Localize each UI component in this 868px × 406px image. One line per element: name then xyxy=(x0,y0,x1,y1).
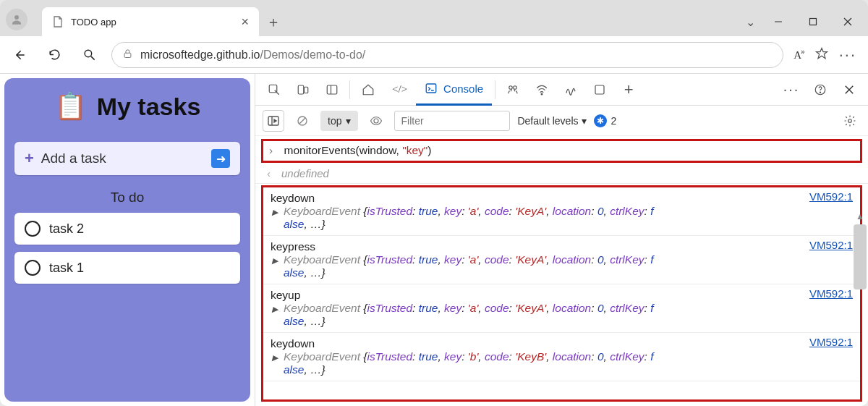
console-toolbar: top ▾ Default levels ▾ ✱ 2 xyxy=(255,106,868,136)
event-name: keyup xyxy=(271,289,853,302)
svg-point-19 xyxy=(820,92,820,93)
svg-point-5 xyxy=(85,50,92,57)
profile-button[interactable] xyxy=(6,9,27,30)
console-tab[interactable]: Console xyxy=(416,74,492,106)
dock-button[interactable] xyxy=(318,74,346,106)
browser-tab[interactable]: TODO app × xyxy=(42,7,259,36)
event-name: keypress xyxy=(271,240,853,253)
chevron-down-icon: ▾ xyxy=(582,115,587,127)
chevron-down-icon[interactable]: ⌄ xyxy=(746,15,755,29)
devtools-tabstrip: </> Console + ··· xyxy=(255,74,868,106)
help-button[interactable] xyxy=(806,74,835,106)
svg-point-0 xyxy=(14,15,19,20)
console-return: ‹ undefined xyxy=(255,164,868,184)
tab-title: TODO app xyxy=(71,17,234,28)
search-button[interactable] xyxy=(77,43,101,67)
url-text: microsoftedge.github.io/Demos/demo-to-do… xyxy=(140,48,365,62)
maximize-button[interactable] xyxy=(796,9,830,35)
event-object[interactable]: ▶KeyboardEvent {isTrusted: true, key: 'a… xyxy=(271,253,853,279)
address-bar[interactable]: microsoftedge.github.io/Demos/demo-to-do… xyxy=(111,42,783,68)
close-window-button[interactable] xyxy=(830,9,865,35)
context-selector[interactable]: top ▾ xyxy=(320,111,358,131)
console-sidebar-toggle[interactable] xyxy=(263,110,284,132)
source-link[interactable]: VM592:1 xyxy=(809,239,853,251)
inspect-button[interactable] xyxy=(260,74,289,106)
event-object[interactable]: ▶KeyboardEvent {isTrusted: true, key: 'b… xyxy=(271,350,853,376)
svg-rect-2 xyxy=(810,19,817,25)
console-log-highlighted: VM592:1keydown ▶KeyboardEvent {isTrusted… xyxy=(261,185,862,402)
scroll-up-arrow[interactable]: ▲ xyxy=(854,211,867,223)
elements-tab[interactable]: </> xyxy=(383,75,416,105)
scroll-thumb[interactable] xyxy=(854,224,867,289)
prompt-icon: › xyxy=(269,144,273,156)
svg-point-14 xyxy=(509,85,513,89)
add-task-input[interactable]: + Add a task ➜ xyxy=(14,142,240,175)
expand-triangle-icon[interactable]: ▶ xyxy=(272,305,278,314)
lock-icon xyxy=(122,48,133,62)
checkbox-icon[interactable] xyxy=(25,260,41,276)
sources-tab-icon[interactable] xyxy=(498,74,527,106)
log-entry[interactable]: VM592:1keyup ▶KeyboardEvent {isTrusted: … xyxy=(263,284,860,333)
section-header: To do xyxy=(14,190,240,206)
task-row[interactable]: task 2 xyxy=(14,213,240,245)
read-aloud-button[interactable]: A» xyxy=(793,48,804,62)
source-link[interactable]: VM592:1 xyxy=(809,336,853,348)
log-levels-selector[interactable]: Default levels ▾ xyxy=(517,115,586,127)
file-icon xyxy=(52,16,64,28)
back-button[interactable] xyxy=(7,43,32,67)
device-toggle-button[interactable] xyxy=(289,74,318,106)
svg-rect-7 xyxy=(124,53,131,57)
checkbox-icon[interactable] xyxy=(25,221,41,237)
issue-badge-icon: ✱ xyxy=(594,114,607,127)
new-tab-button[interactable]: ＋ xyxy=(259,7,288,36)
svg-line-25 xyxy=(299,118,305,124)
svg-rect-11 xyxy=(327,85,337,94)
more-tabs-button[interactable]: + xyxy=(614,74,643,106)
window-controls: ⌄ xyxy=(746,7,868,36)
filter-input[interactable] xyxy=(394,111,510,131)
expand-triangle-icon[interactable]: ▶ xyxy=(272,353,278,363)
network-tab-icon[interactable] xyxy=(527,74,556,106)
task-row[interactable]: task 1 xyxy=(14,252,240,284)
memory-tab-icon[interactable] xyxy=(585,74,614,106)
expand-triangle-icon[interactable]: ▶ xyxy=(272,256,278,266)
titlebar: TODO app × ＋ ⌄ xyxy=(0,0,868,36)
return-icon: ‹ xyxy=(267,167,271,179)
source-link[interactable]: VM592:1 xyxy=(809,190,853,203)
svg-rect-17 xyxy=(595,85,604,94)
app-title: My tasks xyxy=(97,93,201,121)
performance-tab-icon[interactable] xyxy=(556,74,585,106)
issues-button[interactable]: ✱ 2 xyxy=(594,114,617,127)
todo-app: 📋 My tasks + Add a task ➜ To do task 2 t… xyxy=(4,78,250,402)
clear-console-button[interactable] xyxy=(292,110,313,132)
minimize-button[interactable] xyxy=(761,9,796,35)
chevron-down-icon: ▾ xyxy=(346,115,351,127)
event-object[interactable]: ▶KeyboardEvent {isTrusted: true, key: 'a… xyxy=(271,205,853,231)
svg-point-16 xyxy=(541,93,542,95)
submit-task-button[interactable]: ➜ xyxy=(211,149,230,168)
expand-triangle-icon[interactable]: ▶ xyxy=(272,208,278,217)
welcome-tab[interactable] xyxy=(353,75,383,105)
svg-point-15 xyxy=(514,85,517,89)
source-link[interactable]: VM592:1 xyxy=(809,287,853,300)
svg-point-26 xyxy=(374,119,378,123)
person-icon xyxy=(10,13,23,26)
close-devtools-button[interactable] xyxy=(835,74,864,106)
more-button[interactable]: ··· xyxy=(839,46,856,64)
log-entry[interactable]: VM592:1keydown ▶KeyboardEvent {isTrusted… xyxy=(263,333,860,381)
more-tools-button[interactable]: ··· xyxy=(777,74,806,106)
content: 📋 My tasks + Add a task ➜ To do task 2 t… xyxy=(0,74,868,406)
log-entry[interactable]: VM592:1keypress ▶KeyboardEvent {isTruste… xyxy=(263,236,860,284)
svg-rect-9 xyxy=(298,85,304,94)
favorite-button[interactable] xyxy=(814,46,829,64)
live-expression-button[interactable] xyxy=(365,110,387,132)
refresh-button[interactable] xyxy=(42,43,67,67)
log-entry[interactable]: VM592:1keydown ▶KeyboardEvent {isTrusted… xyxy=(263,187,860,236)
event-name: keydown xyxy=(271,337,853,350)
add-task-placeholder: Add a task xyxy=(41,151,204,166)
console-settings-button[interactable] xyxy=(839,110,861,132)
scrollbar[interactable] xyxy=(854,224,867,400)
svg-rect-10 xyxy=(305,87,308,93)
event-object[interactable]: ▶KeyboardEvent {isTrusted: true, key: 'a… xyxy=(271,302,853,328)
close-tab-button[interactable]: × xyxy=(241,14,249,30)
